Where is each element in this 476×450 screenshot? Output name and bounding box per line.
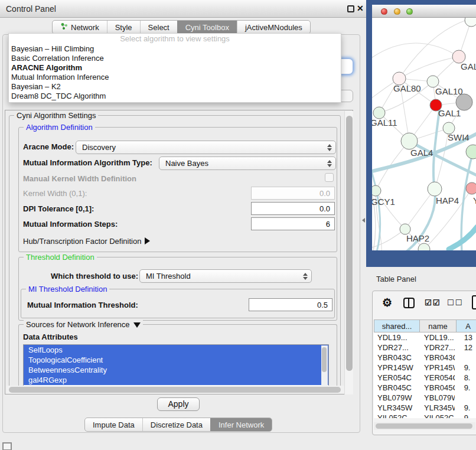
which-threshold-label: Which threshold to use: (51, 272, 138, 281)
network-node-gcy1[interactable] (372, 185, 381, 196)
table-row[interactable]: YBR043CYBR043C (374, 353, 476, 363)
horizontal-scrollbar-thumb[interactable] (9, 387, 341, 393)
dropdown-item[interactable]: Basic Correlation Inference (9, 54, 341, 63)
network-edge (406, 105, 440, 250)
network-node-y[interactable] (466, 182, 476, 194)
table-cell: YBR043C (374, 353, 419, 363)
dpi-tolerance-field[interactable]: 0.0 (251, 202, 335, 215)
table-row[interactable]: YLR345WYLR345W9. (374, 403, 476, 413)
node-label: HAP2 (406, 233, 429, 243)
tab-network[interactable]: Network (53, 21, 107, 34)
manual-kernel-checkbox[interactable] (325, 173, 334, 182)
table-row[interactable]: YBR045CYBR045C9. (374, 383, 476, 393)
settings-gear-icon[interactable]: ⚙ (382, 297, 392, 308)
table-horizontal-scrollbar[interactable] (374, 422, 475, 430)
table-cell: YER054C (374, 373, 419, 383)
table-row[interactable]: YDL19...YDL19...13 (374, 332, 476, 343)
split-pane-collapse-icon[interactable] (362, 218, 365, 223)
settings-scroll-pane: Cyni Algorithm Settings Algorithm Defini… (5, 110, 353, 394)
dropdown-item[interactable]: Mutual Information Inference (9, 73, 341, 82)
data-attribute-item[interactable]: TopologicalCoefficient (24, 355, 328, 365)
algorithm-dropdown-popup: Select algorithm to view settings Bayesi… (8, 33, 341, 103)
network-graph: GALGAL80GAL10GAL1GAL11SWI4GAL4GCY1HAP4YH… (372, 18, 476, 250)
data-attributes-list[interactable]: SelfLoopsTopologicalCoefficientBetweenne… (23, 344, 329, 387)
network-node-gal10[interactable] (427, 76, 439, 87)
tab-style[interactable]: Style (107, 21, 140, 34)
dropdown-item[interactable]: Bayesian – K2 (9, 82, 341, 92)
network-node[interactable] (465, 18, 476, 27)
vertical-scrollbar-thumb[interactable] (346, 116, 353, 371)
tab-label: Cyni Toolbox (185, 23, 229, 32)
table-cell: YBL079W (419, 393, 455, 403)
function-builder-icon[interactable] (472, 295, 476, 309)
table-scrollbar-thumb[interactable] (376, 423, 472, 429)
data-attribute-item[interactable]: SelfLoops (24, 345, 328, 355)
tab-impute-data[interactable]: Impute Data (85, 418, 142, 431)
float-window-icon[interactable] (347, 5, 354, 12)
network-node-hap4[interactable] (428, 182, 442, 196)
network-node[interactable] (466, 145, 476, 159)
control-panel-title: Control Panel (0, 4, 56, 14)
kernel-width-field[interactable]: 0.0 (251, 187, 335, 200)
dropdown-item[interactable]: Dream8 DC_TDC Algorithm (9, 92, 341, 101)
tab-jactivemnodules[interactable]: jActiveMNodules (237, 21, 310, 34)
dropdown-item[interactable]: ARACNE Algorithm (9, 63, 341, 73)
list-vertical-scrollbar[interactable] (321, 345, 328, 387)
mi-steps-field[interactable]: 6 (251, 217, 335, 230)
network-node[interactable] (456, 94, 472, 110)
table-panel: Table Panel ⚙ ☑☑ ☐☐ shared...nameA YDL19… (366, 267, 476, 450)
data-attribute-item[interactable]: BetweennessCentrality (24, 365, 328, 375)
tab-label: Network (71, 23, 99, 32)
node-label: Y (473, 195, 476, 206)
column-layout-icon[interactable] (403, 298, 415, 308)
horizontal-scrollbar-track[interactable] (6, 386, 348, 394)
deselect-columns-icon[interactable]: ☐☐ (447, 298, 463, 307)
aracne-mode-value: Discovery (82, 143, 116, 152)
cyni-settings-title: Cyni Algorithm Settings (14, 111, 98, 120)
table-header-row: shared...nameA (374, 319, 476, 332)
select-all-columns-icon[interactable]: ☑☑ (425, 298, 441, 307)
network-node-gal11[interactable] (373, 107, 385, 119)
zoom-traffic-light[interactable] (406, 8, 413, 15)
hub-definition-toggle[interactable]: Hub/Transcription Factor Definition (23, 237, 150, 246)
tab-select[interactable]: Select (140, 21, 177, 34)
column-header-shared[interactable]: shared... (374, 319, 420, 332)
list-scrollbar-thumb[interactable] (322, 347, 327, 372)
aracne-mode-combo[interactable]: Discovery (76, 141, 336, 154)
table-cell: 8. (455, 373, 476, 383)
table-cell: 9. (455, 383, 476, 393)
table-row[interactable]: YIL052CYIL052C9. (374, 413, 476, 418)
tab-cyni-toolbox[interactable]: Cyni Toolbox (177, 21, 237, 34)
which-threshold-combo[interactable]: MI Threshold (139, 269, 312, 283)
dropdown-item[interactable]: Bayesian – Hill Climbing (9, 44, 341, 54)
table-card: ⚙ ☑☑ ☐☐ shared...nameA YDL19...YDL19...1… (372, 291, 476, 435)
mi-type-combo[interactable]: Naive Bayes (159, 156, 336, 170)
dpi-tolerance-label: DPI Tolerance [0,1]: (23, 204, 94, 213)
data-attribute-item[interactable]: gal4RGexp (24, 375, 328, 385)
table-row[interactable]: YBL079WYBL079W (374, 393, 476, 403)
column-header-name[interactable]: name (420, 319, 457, 332)
table-row[interactable]: YER054CYER054C8. (374, 373, 476, 383)
algorithm-definition-title: Algorithm Definition (24, 123, 95, 132)
minimized-window-icon[interactable] (2, 442, 12, 450)
table-cell: 9. (455, 413, 476, 418)
table-cell: YBR043C (419, 353, 455, 363)
column-header-a[interactable]: A (457, 319, 476, 332)
mi-threshold-field[interactable]: 0.5 (249, 298, 332, 311)
table-row[interactable]: YPR145WYPR145W9. (374, 363, 476, 373)
sources-title[interactable]: Sources for Network Inference (24, 320, 143, 329)
network-node-gal4[interactable] (401, 133, 418, 149)
close-icon[interactable]: ✕ (357, 4, 364, 13)
tab-discretize-data[interactable]: Discretize Data (142, 418, 210, 431)
network-view-canvas[interactable]: GALGAL80GAL10GAL1GAL11SWI4GAL4GCY1HAP4YH… (372, 18, 476, 250)
close-traffic-light[interactable] (381, 8, 387, 15)
table-row[interactable]: YDR27...YDR27...12 (374, 343, 476, 353)
aracne-mode-label: Aracne Mode: (23, 142, 74, 151)
tab-label: jActiveMNodules (245, 23, 302, 32)
vertical-scrollbar-track[interactable] (344, 111, 353, 394)
table-cell: 12 (455, 343, 476, 353)
minimize-traffic-light[interactable] (394, 8, 400, 15)
apply-button[interactable]: Apply (157, 397, 200, 411)
network-window-titlebar[interactable] (372, 5, 476, 18)
tab-infer-network[interactable]: Infer Network (210, 418, 272, 431)
